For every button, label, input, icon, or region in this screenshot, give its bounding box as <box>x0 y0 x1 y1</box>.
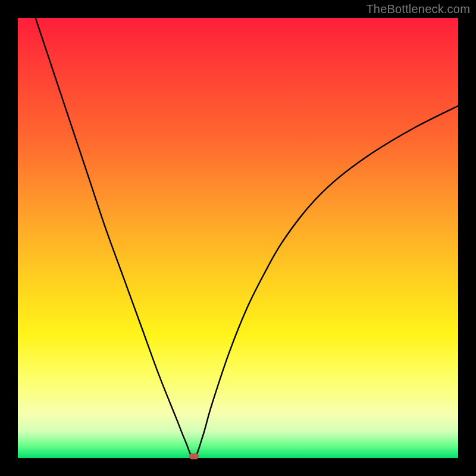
plot-area <box>18 18 458 458</box>
optimal-point-marker <box>189 453 199 459</box>
watermark-text: TheBottleneck.com <box>366 2 470 16</box>
bottleneck-curve <box>18 18 458 458</box>
chart-frame: TheBottleneck.com <box>0 0 476 476</box>
